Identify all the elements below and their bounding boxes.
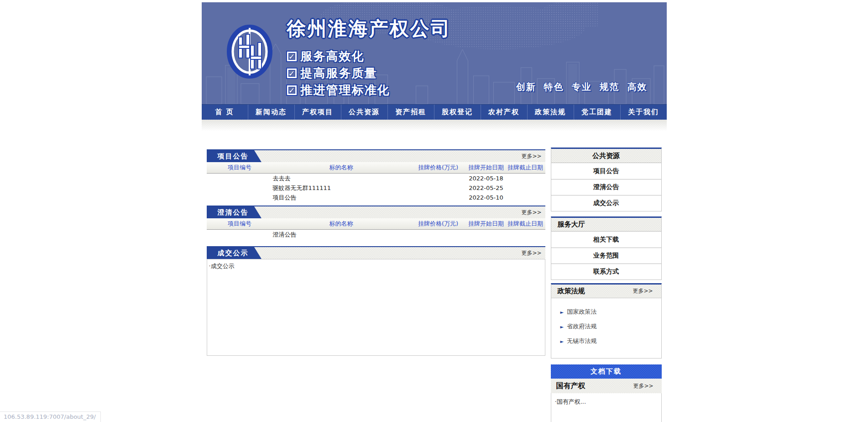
deal-publicity-item[interactable]: ·成交公示 xyxy=(209,263,235,269)
announcements-column: 项目公告 更多>> 项目编号 标的名称 挂牌价格(万元) 挂牌开始日期 挂牌截止… xyxy=(207,149,545,422)
nav-item-party-building[interactable]: 党工团建 xyxy=(574,105,620,120)
project-more-link[interactable]: 更多>> xyxy=(521,153,541,160)
sidebar-item-clarification-announcements[interactable]: 澄清公告 xyxy=(551,179,661,195)
col-listing-price: 挂牌价格(万元) xyxy=(410,220,467,228)
project-table-header: 项目编号 标的名称 挂牌价格(万元) 挂牌开始日期 挂牌截止日期 xyxy=(207,162,545,174)
col-subject-name: 标的名称 xyxy=(273,220,410,228)
col-start-date: 挂牌开始日期 xyxy=(467,164,506,172)
clarification-table-header: 项目编号 标的名称 挂牌价格(万元) 挂牌开始日期 挂牌截止日期 xyxy=(207,218,545,230)
project-announcements-header: 项目公告 更多>> xyxy=(207,149,545,162)
col-project-number: 项目编号 xyxy=(207,220,273,228)
sidebar-item-deal-publicity[interactable]: 成交公示 xyxy=(551,195,661,211)
slogan-text: 服务高效化 xyxy=(301,48,365,64)
clarification-announcements-header: 澄清公告 更多>> xyxy=(207,206,545,218)
state-owned-item[interactable]: ·国有产权... xyxy=(555,398,586,405)
nav-item-public-resources[interactable]: 公共资源 xyxy=(341,105,387,120)
cell-subject-name[interactable]: 项目公告 xyxy=(273,194,410,202)
nav-item-policies[interactable]: 政策法规 xyxy=(527,105,574,120)
policies-list: ► 国家政策法 ► 省政府法规 ► 无锡市法规 xyxy=(551,298,661,358)
table-row: 项目公告 2022-05-10 xyxy=(207,193,545,202)
cell-subject-name[interactable]: 驱蚊器无无群111111 xyxy=(273,184,410,192)
arrow-bullet-icon: ► xyxy=(560,339,564,344)
slogan-list: ✓ 服务高效化 ✓ 提高服务质量 ✓ 推进管理标准化 xyxy=(287,48,390,99)
banner-motto: 创新 特色 专业 规范 高效 xyxy=(516,81,648,93)
deal-publicity-tab: 成交公示 xyxy=(207,247,254,259)
cell-start-date: 2022-05-18 xyxy=(467,175,506,182)
slogan-text: 推进管理标准化 xyxy=(301,82,390,98)
document-download-button[interactable]: 文档下载 xyxy=(551,364,662,379)
main-content: 项目公告 更多>> 项目编号 标的名称 挂牌价格(万元) 挂牌开始日期 挂牌截止… xyxy=(202,149,667,422)
slogan-item: ✓ 提高服务质量 xyxy=(287,65,390,82)
state-owned-header: 国有产权 更多>> xyxy=(551,379,662,393)
nav-item-rural-property[interactable]: 农村产权 xyxy=(481,105,527,120)
sidebar-item-downloads[interactable]: 相关下载 xyxy=(551,232,661,248)
page-container: 徐州淮海产权公司 ✓ 服务高效化 ✓ 提高服务质量 ✓ 推进管理标准化 创新 特… xyxy=(202,2,667,422)
company-logo xyxy=(227,24,272,79)
sidebar-item-project-announcements[interactable]: 项目公告 xyxy=(551,163,661,179)
nav-item-home[interactable]: 首 页 xyxy=(202,105,248,120)
sidebar-item-contact[interactable]: 联系方式 xyxy=(551,264,661,280)
policy-item-national[interactable]: ► 国家政策法 xyxy=(560,308,661,316)
nav-item-equity-registration[interactable]: 股权登记 xyxy=(434,105,481,120)
col-end-date: 挂牌截止日期 xyxy=(506,220,545,228)
policies-header: 政策法规 更多>> xyxy=(551,285,661,298)
state-owned-more-link[interactable]: 更多>> xyxy=(633,382,653,390)
policy-item-label: 无锡市法规 xyxy=(567,337,596,345)
col-project-number: 项目编号 xyxy=(207,164,273,172)
clarification-more-link[interactable]: 更多>> xyxy=(521,209,541,216)
col-subject-name: 标的名称 xyxy=(273,164,410,172)
nav-item-asset-leasing[interactable]: 资产招租 xyxy=(387,105,434,120)
policy-item-label: 省政府法规 xyxy=(567,322,596,331)
check-icon: ✓ xyxy=(287,69,297,78)
cell-subject-name[interactable]: 去去去 xyxy=(273,174,410,183)
state-owned-title: 国有产权 xyxy=(556,381,586,391)
slogan-item: ✓ 推进管理标准化 xyxy=(287,82,390,99)
check-icon: ✓ xyxy=(287,52,297,61)
sidebar: 公共资源 项目公告 澄清公告 成交公示 服务大厅 相关下载 业务范围 联系方式 … xyxy=(551,148,662,422)
deal-publicity-box: ·成交公示 xyxy=(207,259,545,356)
policy-item-provincial[interactable]: ► 省政府法规 xyxy=(560,322,661,331)
nav-item-property-projects[interactable]: 产权项目 xyxy=(294,105,341,120)
browser-status-url: 106.53.89.119:7007/about_29/ xyxy=(0,411,101,422)
sidebar-item-business-scope[interactable]: 业务范围 xyxy=(551,248,661,264)
public-resources-title: 公共资源 xyxy=(551,149,661,163)
table-row: 驱蚊器无无群111111 2022-05-25 xyxy=(207,183,545,193)
service-hall-box: 服务大厅 相关下载 业务范围 联系方式 xyxy=(551,216,662,280)
service-hall-title: 服务大厅 xyxy=(551,218,661,232)
col-end-date: 挂牌截止日期 xyxy=(506,164,545,172)
clarification-announcements-tab: 澄清公告 xyxy=(207,206,254,218)
slogan-text: 提高服务质量 xyxy=(301,65,377,81)
policies-title: 政策法规 xyxy=(558,287,585,295)
deal-more-link[interactable]: 更多>> xyxy=(521,249,541,257)
nav-item-news[interactable]: 新闻动态 xyxy=(248,105,294,120)
nav-shadow-strip xyxy=(202,120,667,132)
table-row: 去去去 2022-05-18 xyxy=(207,174,545,183)
policy-item-city[interactable]: ► 无锡市法规 xyxy=(560,337,661,345)
cell-start-date: 2022-05-25 xyxy=(467,185,506,191)
state-owned-box: ·国有产权... xyxy=(551,393,662,422)
deal-publicity-header: 成交公示 更多>> xyxy=(207,246,545,259)
check-icon: ✓ xyxy=(287,85,297,95)
project-announcements-tab: 项目公告 xyxy=(207,150,254,162)
public-resources-box: 公共资源 项目公告 澄清公告 成交公示 xyxy=(551,148,662,211)
cell-subject-name[interactable]: 澄清公告 xyxy=(273,231,410,239)
cell-start-date: 2022-05-10 xyxy=(467,194,506,201)
header-banner: 徐州淮海产权公司 ✓ 服务高效化 ✓ 提高服务质量 ✓ 推进管理标准化 创新 特… xyxy=(202,2,667,104)
company-name: 徐州淮海产权公司 xyxy=(287,16,451,42)
policy-item-label: 国家政策法 xyxy=(567,308,596,316)
col-start-date: 挂牌开始日期 xyxy=(467,220,506,228)
policies-more-link[interactable]: 更多>> xyxy=(633,287,653,295)
policies-box: 政策法规 更多>> ► 国家政策法 ► 省政府法规 ► 无锡市法规 xyxy=(551,283,662,359)
table-row: 澄清公告 xyxy=(207,230,545,239)
col-listing-price: 挂牌价格(万元) xyxy=(410,164,467,172)
main-nav: 首 页 新闻动态 产权项目 公共资源 资产招租 股权登记 农村产权 政策法规 党… xyxy=(202,104,667,120)
arrow-bullet-icon: ► xyxy=(560,324,564,329)
slogan-item: ✓ 服务高效化 xyxy=(287,48,390,65)
arrow-bullet-icon: ► xyxy=(560,310,564,315)
nav-item-about-us[interactable]: 关于我们 xyxy=(620,105,667,120)
